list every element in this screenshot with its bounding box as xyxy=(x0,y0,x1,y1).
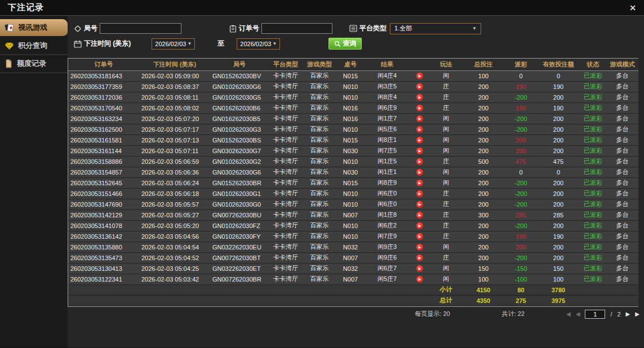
cell-game-type: 百家乐 xyxy=(303,220,336,231)
cell-platform: 卡卡湾厅 xyxy=(269,92,303,102)
cell-game-type: 百家乐 xyxy=(303,209,336,220)
replay-icon[interactable]: ▶ xyxy=(416,180,423,186)
date-to-select[interactable]: 2026/02/03 ▼ xyxy=(237,38,280,50)
cell-result: 闲6庄2 xyxy=(365,220,410,231)
cell-game-type: 百家乐 xyxy=(303,92,336,102)
cell-play-method: 闲 xyxy=(430,135,462,145)
sidebar-item-points-query[interactable]: 积分查询 xyxy=(0,37,68,55)
last-page-icon[interactable]: ▶ xyxy=(635,311,639,317)
replay-icon[interactable]: ▶ xyxy=(416,265,423,272)
cell-status: 已派彩 xyxy=(580,81,606,92)
cell-total-bet: 200 xyxy=(462,135,505,145)
cell-round-no: GN007262030BT xyxy=(210,252,269,263)
replay-icon[interactable]: ▶ xyxy=(416,126,423,133)
cell-total-bet: 200 xyxy=(462,81,505,92)
replay-icon[interactable]: ▶ xyxy=(416,212,423,218)
platform-type-select[interactable]: 1.全部 ▼ xyxy=(390,23,481,34)
cell-valid-bet: 200 xyxy=(537,124,580,135)
table-row: 2602030531223412026-02-03 05:03:42GN0072… xyxy=(68,274,638,284)
cell-game-mode: 多台 xyxy=(606,252,638,263)
cell-round-no: GN010262030G3 xyxy=(210,124,269,135)
cell-order-no: 260203053136142 xyxy=(68,231,139,242)
replay-icon[interactable]: ▶ xyxy=(416,105,423,111)
cell-platform: 卡卡湾厅 xyxy=(269,242,303,252)
cell-payout: 200 xyxy=(505,135,537,145)
replay-icon[interactable]: ▶ xyxy=(416,222,423,229)
cell-platform: 卡卡湾厅 xyxy=(269,145,303,156)
cell-total-bet: 100 xyxy=(462,274,505,284)
cell-order-no: 260203053154857 xyxy=(68,167,139,177)
cell-status: 已派彩 xyxy=(580,188,606,199)
cell-payout: -200 xyxy=(505,92,537,102)
cell-table-no: N015 xyxy=(336,135,365,145)
order-no-input[interactable] xyxy=(261,23,332,34)
cell-status: 已派彩 xyxy=(580,156,606,167)
cell-platform: 卡卡湾厅 xyxy=(269,113,303,124)
replay-icon[interactable]: ▶ xyxy=(416,169,423,176)
sidebar-item-label: 积分查询 xyxy=(18,41,47,51)
cell-order-no: 260203053135473 xyxy=(68,252,139,263)
replay-icon[interactable]: ▶ xyxy=(416,255,423,261)
cell-play-method: 庄 xyxy=(430,81,462,92)
cell-bet-time: 2026-02-03 05:03:42 xyxy=(139,274,210,284)
replay-icon[interactable]: ▶ xyxy=(416,115,423,122)
column-header: 玩法 xyxy=(430,59,462,70)
cell-platform: 卡卡湾厅 xyxy=(269,81,303,92)
cell-bet-time: 2026-02-03 05:05:27 xyxy=(139,209,210,220)
table-row: 2602030531615812026-02-03 05:07:13GN0152… xyxy=(68,135,638,145)
cell-replay: ▶ xyxy=(410,113,430,124)
replay-icon[interactable]: ▶ xyxy=(416,137,423,144)
date-from-select[interactable]: 2026/02/03 ▼ xyxy=(152,38,195,50)
cell-order-no: 260203053177359 xyxy=(68,81,139,92)
prev-page-icon[interactable]: ◀ xyxy=(576,311,580,317)
cell-round-no: GN015262030BS xyxy=(210,135,269,145)
cell-status: 已派彩 xyxy=(580,274,606,284)
cell-table-no: N010 xyxy=(336,188,365,199)
round-no-input[interactable] xyxy=(100,23,181,34)
replay-icon[interactable]: ▶ xyxy=(416,83,423,90)
cell-payout: -100 xyxy=(505,274,537,284)
sidebar-item-quota-records[interactable]: 额度记录 xyxy=(0,55,68,73)
cell-order-no: 260203053135880 xyxy=(68,242,139,252)
column-header: 平台类型 xyxy=(269,59,303,70)
column-header: 游戏模式 xyxy=(606,59,638,70)
replay-icon[interactable]: ▶ xyxy=(416,201,423,208)
replay-icon[interactable]: ▶ xyxy=(416,73,423,79)
replay-icon[interactable]: ▶ xyxy=(416,94,423,101)
cell-result: 闲3庄5 xyxy=(365,81,410,92)
cell-replay: ▶ xyxy=(410,252,430,263)
replay-icon[interactable]: ▶ xyxy=(416,276,423,283)
cell-valid-bet: 0 xyxy=(537,70,580,81)
page-input[interactable] xyxy=(585,310,605,319)
cell-game-type: 百家乐 xyxy=(303,242,336,252)
cell-round-no: GN016262030B6 xyxy=(210,102,269,113)
cell-platform: 卡卡湾厅 xyxy=(269,274,303,284)
first-page-icon[interactable]: ◀ xyxy=(566,311,571,317)
cell-table-no: N016 xyxy=(336,113,365,124)
cell-replay: ▶ xyxy=(410,188,430,199)
cell-result: 闲7庄5 xyxy=(365,145,410,156)
replay-icon[interactable]: ▶ xyxy=(416,233,423,240)
replay-icon[interactable]: ▶ xyxy=(416,158,423,165)
cell-game-type: 百家乐 xyxy=(303,167,336,177)
cell-order-no: 260203053161144 xyxy=(68,145,139,156)
query-button[interactable]: 查询 xyxy=(328,38,362,50)
cell-play-method: 闲 xyxy=(430,242,462,252)
sidebar-item-video-games[interactable]: 视讯游戏 xyxy=(0,19,68,37)
close-icon[interactable]: ✕ xyxy=(629,3,636,12)
replay-icon[interactable]: ▶ xyxy=(416,244,423,251)
replay-icon[interactable]: ▶ xyxy=(416,148,423,154)
pagination-bar: 每页显示: 20 共计: 22 ◀ ◀ / 2 ▶ ▶ xyxy=(68,310,644,319)
cell-payout: 0 xyxy=(505,70,537,81)
chevron-down-icon: ▼ xyxy=(272,41,277,46)
cell-result: 闲8庄1 xyxy=(365,135,410,145)
filter-area: 局号 订单号 平台类型 1.全部 ▼ xyxy=(68,16,644,51)
cell-bet-time: 2026-02-03 05:06:36 xyxy=(139,167,210,177)
replay-icon[interactable]: ▶ xyxy=(416,190,423,197)
cell-round-no: GN010262030FZ xyxy=(210,220,269,231)
cell-replay: ▶ xyxy=(410,81,430,92)
table-row: 2602030531705402026-02-03 05:08:02GN0162… xyxy=(68,102,638,113)
table-row: 2602030531625002026-02-03 05:07:17GN0102… xyxy=(68,124,638,135)
next-page-icon[interactable]: ▶ xyxy=(626,311,630,317)
cell-order-no: 260203053161581 xyxy=(68,135,139,145)
